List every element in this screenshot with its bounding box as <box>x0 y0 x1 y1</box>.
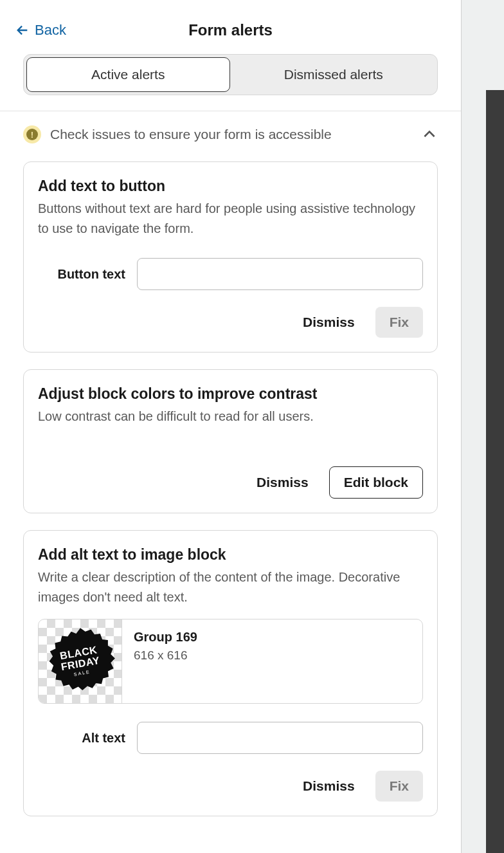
section-header[interactable]: ! Check issues to ensure your form is ac… <box>0 111 461 150</box>
fix-button[interactable]: Fix <box>375 771 423 802</box>
alert-title: Add text to button <box>38 178 423 195</box>
form-alerts-panel: Back Form alerts Active alerts Dismissed… <box>0 0 462 853</box>
image-preview: BLACK FRIDAY SALE Group 169 616 x 616 <box>38 619 423 704</box>
fix-button[interactable]: Fix <box>375 307 423 338</box>
alert-title: Adjust block colors to improve contrast <box>38 385 423 403</box>
tab-dismissed-alerts[interactable]: Dismissed alerts <box>233 57 435 92</box>
black-friday-badge-icon: BLACK FRIDAY SALE <box>45 626 116 697</box>
arrow-left-icon <box>15 23 30 37</box>
image-meta: Group 169 616 x 616 <box>122 619 209 703</box>
image-name: Group 169 <box>134 630 197 645</box>
alert-card: Adjust block colors to improve contrast … <box>23 369 438 513</box>
button-text-row: Button text <box>38 258 423 290</box>
image-dimensions: 616 x 616 <box>134 648 197 663</box>
tabs-container: Active alerts Dismissed alerts <box>0 54 461 95</box>
button-text-label: Button text <box>38 267 125 282</box>
alert-actions: Dismiss Fix <box>38 307 423 338</box>
alt-text-label: Alt text <box>38 731 125 746</box>
alert-actions: Dismiss Fix <box>38 771 423 802</box>
alert-actions: Dismiss Edit block <box>38 466 423 499</box>
dismiss-button[interactable]: Dismiss <box>294 308 364 336</box>
alert-card: Add text to button Buttons without text … <box>23 161 438 353</box>
dismiss-button[interactable]: Dismiss <box>248 468 318 497</box>
alert-description: Low contrast can be difficult to read fo… <box>38 407 423 427</box>
alert-description: Write a clear description of the content… <box>38 567 423 607</box>
tabs: Active alerts Dismissed alerts <box>23 54 438 95</box>
alt-text-row: Alt text <box>38 722 423 754</box>
back-label: Back <box>35 22 66 39</box>
alerts-list: Add text to button Buttons without text … <box>0 150 461 853</box>
right-gutter <box>462 0 504 853</box>
tab-active-alerts[interactable]: Active alerts <box>26 57 230 92</box>
chevron-up-icon <box>421 126 438 143</box>
alert-card: Add alt text to image block Write a clea… <box>23 530 438 816</box>
warning-icon: ! <box>23 125 41 143</box>
edit-block-button[interactable]: Edit block <box>329 466 423 499</box>
panel-header: Back Form alerts <box>0 0 461 54</box>
dismiss-button[interactable]: Dismiss <box>294 772 364 800</box>
back-button[interactable]: Back <box>15 22 66 39</box>
page-title: Form alerts <box>0 21 461 39</box>
alt-text-input[interactable] <box>137 722 423 754</box>
section-title: Check issues to ensure your form is acce… <box>50 127 412 142</box>
alert-description: Buttons without text are hard for people… <box>38 199 423 239</box>
alert-title: Add alt text to image block <box>38 546 423 564</box>
button-text-input[interactable] <box>137 258 423 290</box>
image-thumbnail: BLACK FRIDAY SALE <box>39 619 122 703</box>
right-dark-strip <box>486 90 504 853</box>
